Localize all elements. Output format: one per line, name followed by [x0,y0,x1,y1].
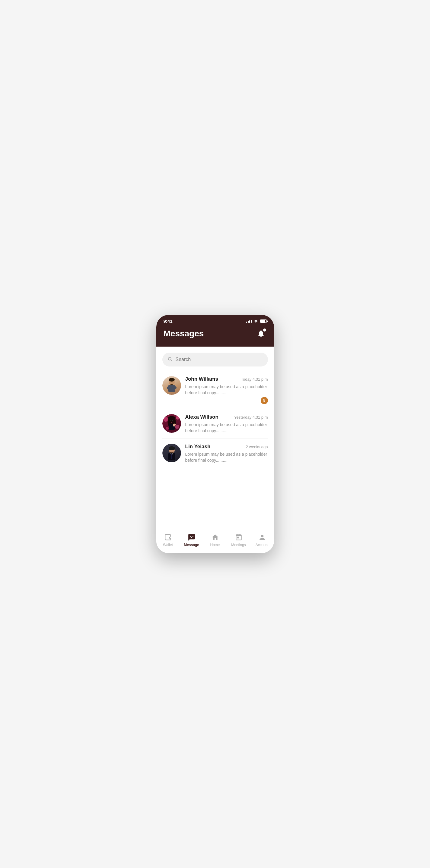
message-header-lin: Lin Yeiash 2 weeks ago [185,444,268,450]
page-header: Messages [156,326,274,347]
notification-button[interactable] [255,328,267,339]
message-content-alexa: Alexa Willson Yesterday 4.31 p.m Lorem i… [185,414,268,434]
wallet-icon [164,533,172,541]
status-bar: 9:41 [156,315,274,326]
search-box[interactable] [162,352,268,367]
sender-name-alexa: Alexa Willson [185,414,219,420]
wifi-icon [254,319,258,323]
meetings-icon [234,533,243,541]
notification-dot [263,329,266,332]
message-list: John Willams Today 4.31 p.m Lorem ipsum … [156,371,274,530]
svg-point-23 [192,536,193,537]
nav-label-home: Home [210,543,220,547]
svg-point-3 [163,417,168,422]
svg-point-22 [191,537,192,538]
svg-point-4 [176,416,179,420]
nav-item-account[interactable]: Account [251,533,274,547]
unread-badge-john: 5 [261,397,268,404]
svg-point-1 [169,378,175,381]
content-area: John Willams Today 4.31 p.m Lorem ipsum … [156,347,274,530]
lin-avatar-figure [163,444,181,462]
status-time: 9:41 [164,318,173,324]
svg-point-21 [190,536,191,537]
nav-label-message: Message [184,543,199,547]
message-item-john[interactable]: John Willams Today 4.31 p.m Lorem ipsum … [162,371,268,409]
message-preview-john: Lorem ipsum may be used as a placeholder… [185,384,268,396]
message-header-john: John Willams Today 4.31 p.m [185,376,268,382]
avatar-john [162,376,181,395]
svg-point-8 [171,420,171,421]
message-time-john: Today 4.31 p.m [241,377,268,381]
nav-item-message[interactable]: Message [180,533,203,547]
message-preview-alexa: Lorem ipsum may be used as a placeholder… [185,422,268,434]
phone-frame: 9:41 Messages [156,315,274,553]
alexa-avatar-figure [163,415,181,433]
sender-name-john: John Willams [185,376,218,382]
message-content-lin: Lin Yeiash 2 weeks ago Lorem ipsum may b… [185,444,268,463]
svg-point-5 [166,427,169,430]
message-time-lin: 2 weeks ago [246,444,268,449]
status-icons [246,319,267,323]
account-icon [258,533,266,541]
nav-item-wallet[interactable]: Wallet [156,533,180,547]
message-time-alexa: Yesterday 4.31 p.m [234,415,268,420]
message-item-lin[interactable]: Lin Yeiash 2 weeks ago Lorem ipsum may b… [162,439,268,468]
nav-label-account: Account [256,543,268,547]
search-container [156,347,274,371]
battery-icon [260,319,267,323]
avatar-lin [162,444,181,462]
sender-name-lin: Lin Yeiash [185,444,211,450]
svg-point-18 [169,537,170,538]
message-nav-icon [188,533,196,541]
search-input[interactable] [176,357,263,362]
message-header-alexa: Alexa Willson Yesterday 4.31 p.m [185,414,268,420]
message-meta-john: 5 [185,397,268,404]
search-icon [167,356,173,363]
page-title: Messages [164,329,204,338]
home-icon [211,533,219,541]
svg-point-9 [172,420,173,421]
svg-point-11 [173,424,175,427]
message-preview-lin: Lorem ipsum may be used as a placeholder… [185,452,268,463]
bottom-nav: Wallet Message [156,530,274,553]
john-avatar-figure [163,377,181,395]
signal-icon [246,320,252,323]
nav-label-meetings: Meetings [231,543,246,547]
svg-rect-14 [169,447,175,450]
avatar-alexa [162,414,181,433]
nav-item-home[interactable]: Home [203,533,227,547]
message-content-john: John Willams Today 4.31 p.m Lorem ipsum … [185,376,268,404]
message-item-alexa[interactable]: Alexa Willson Yesterday 4.31 p.m Lorem i… [162,409,268,439]
nav-label-wallet: Wallet [163,543,173,547]
svg-point-6 [175,425,179,429]
nav-item-meetings[interactable]: Meetings [227,533,251,547]
